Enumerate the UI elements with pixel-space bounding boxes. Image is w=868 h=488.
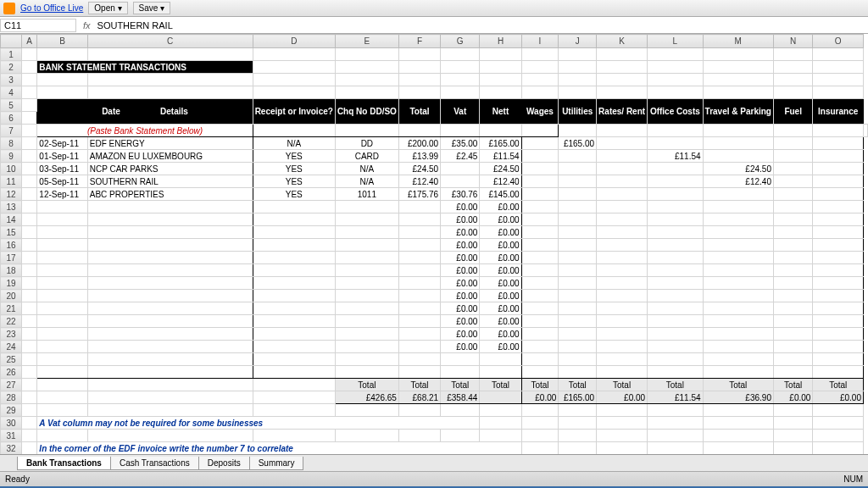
row-header[interactable]: 24 [1,341,22,353]
row-header[interactable]: 31 [1,430,22,442]
cell[interactable] [597,404,648,417]
cell[interactable] [648,302,703,315]
row-header[interactable]: 22 [1,315,22,328]
cell[interactable] [37,290,87,302]
cell[interactable] [559,150,597,163]
cell[interactable]: £0.00 [441,302,480,315]
cell[interactable] [37,264,87,277]
row-header[interactable]: 26 [1,366,22,379]
cell[interactable] [559,188,597,201]
cell[interactable] [253,61,335,74]
cell[interactable]: ABC PROPERTIES [87,188,253,201]
cell[interactable] [597,315,648,328]
cell[interactable] [703,201,773,214]
cell[interactable]: £0.00 [480,315,521,328]
cell[interactable] [559,61,597,74]
cell[interactable] [703,417,773,430]
cell[interactable]: N/A [253,137,335,150]
cell[interactable] [398,226,440,239]
cell[interactable] [648,48,703,61]
row-header[interactable]: 2 [1,61,22,74]
cell[interactable] [597,74,648,86]
cell[interactable] [559,302,597,315]
cell[interactable] [597,86,648,99]
col-header[interactable]: H [480,35,521,48]
cell[interactable] [521,188,559,201]
tab-summary[interactable]: Summary [249,457,304,470]
cell[interactable] [87,315,253,328]
cell[interactable] [521,48,559,61]
cell[interactable] [37,201,87,214]
col-header[interactable]: O [813,35,864,48]
cell[interactable] [703,125,773,137]
cell[interactable] [773,86,812,99]
cell[interactable] [253,341,335,353]
cell[interactable]: £0.00 [441,239,480,252]
cell[interactable] [813,252,864,264]
cell[interactable] [813,353,864,366]
cell[interactable] [87,252,253,264]
cell[interactable] [335,48,398,61]
cell[interactable] [87,264,253,277]
cell[interactable]: £30.76 [441,188,480,201]
worksheet[interactable]: ABCDEFGHIJKLMNO12BANK STATEMENT TRANSACT… [0,34,868,454]
cell[interactable]: £0.00 [441,290,480,302]
cell[interactable] [648,277,703,290]
cell[interactable]: 02-Sep-11 [37,137,87,150]
cell[interactable] [398,239,440,252]
cell[interactable] [813,277,864,290]
cell[interactable] [21,239,36,252]
col-header[interactable]: B [37,35,87,48]
cell[interactable] [703,150,773,163]
cell[interactable] [335,366,398,379]
cell[interactable] [813,150,864,163]
cell[interactable] [597,442,648,455]
cell[interactable]: Total [703,379,773,391]
cell[interactable] [648,137,703,150]
cell[interactable]: £0.00 [441,264,480,277]
cell[interactable] [398,252,440,264]
cell[interactable]: N/A [335,175,398,188]
cell[interactable]: AMAZON EU LUXEMBOURG [87,150,253,163]
row-header[interactable]: 16 [1,239,22,252]
cell[interactable] [441,74,480,86]
cell[interactable] [37,391,87,404]
row-header[interactable]: 25 [1,353,22,366]
cell[interactable] [253,353,335,366]
cell[interactable] [21,48,36,61]
cell[interactable] [521,61,559,74]
cell[interactable]: YES [253,175,335,188]
row-header[interactable]: 7 [1,125,22,137]
cell[interactable] [703,214,773,226]
cell[interactable] [21,302,36,315]
cell[interactable] [703,252,773,264]
cell[interactable] [813,48,864,61]
cell[interactable] [521,175,559,188]
col-header[interactable]: A [21,35,36,48]
cell[interactable] [521,430,559,442]
cell[interactable] [648,366,703,379]
cell[interactable] [253,74,335,86]
cell[interactable] [597,328,648,341]
col-header[interactable]: M [703,35,773,48]
cell[interactable] [398,277,440,290]
cell[interactable] [559,417,597,430]
cell[interactable] [813,61,864,74]
cell[interactable] [441,163,480,175]
cell[interactable] [37,328,87,341]
cell[interactable] [773,252,812,264]
cell[interactable]: SOUTHERN RAIL [87,175,253,188]
row-header[interactable]: 19 [1,277,22,290]
col-header[interactable]: D [253,35,335,48]
cell[interactable] [21,366,36,379]
cell[interactable] [559,201,597,214]
cell[interactable] [87,430,253,442]
cell[interactable] [87,404,253,417]
cell[interactable] [559,290,597,302]
cell[interactable] [253,252,335,264]
cell[interactable] [21,61,36,74]
cell[interactable] [773,48,812,61]
row-header[interactable]: 5 [1,99,22,112]
cell[interactable] [87,379,253,391]
cell[interactable] [37,341,87,353]
